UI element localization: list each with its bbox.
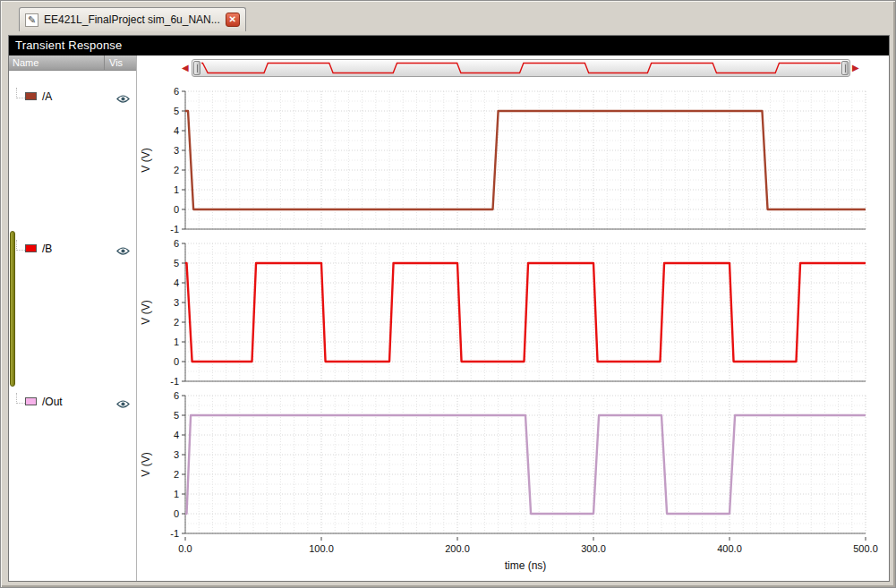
visibility-eye-icon[interactable] xyxy=(116,91,130,101)
svg-text:5: 5 xyxy=(174,258,179,268)
svg-text:4: 4 xyxy=(174,125,179,136)
vis-column-header[interactable]: Vis xyxy=(104,55,136,70)
visibility-eye-icon[interactable] xyxy=(116,243,130,253)
visibility-eye-icon[interactable] xyxy=(116,396,130,406)
svg-text:0.0: 0.0 xyxy=(178,543,192,554)
scroll-left-arrow-icon[interactable]: ◀ xyxy=(182,63,189,73)
svg-text:1: 1 xyxy=(174,337,179,347)
plot-strip-a[interactable]: 6543210-1V (V) xyxy=(137,84,891,233)
signal-label: /Out xyxy=(42,396,63,408)
svg-text:2: 2 xyxy=(174,469,179,480)
app-window: ✎ EE421L_FinalProject sim_6u_NAN... ✕ Tr… xyxy=(0,0,896,588)
tree-connector xyxy=(16,393,25,404)
svg-text:2: 2 xyxy=(174,165,179,175)
plot-strip-out[interactable]: 6543210-1V (V) xyxy=(137,388,891,537)
svg-text:1: 1 xyxy=(174,489,179,499)
svg-text:5: 5 xyxy=(174,106,179,116)
signal-label: /B xyxy=(42,243,52,255)
svg-text:4: 4 xyxy=(174,277,179,288)
svg-text:4: 4 xyxy=(174,430,179,440)
svg-text:0: 0 xyxy=(174,356,179,367)
window-tab[interactable]: ✎ EE421L_FinalProject sim_6u_NAN... ✕ xyxy=(19,7,246,31)
svg-text:3: 3 xyxy=(174,145,179,156)
strip-selection-bar xyxy=(10,231,15,387)
svg-text:400.0: 400.0 xyxy=(717,543,742,554)
svg-text:-1: -1 xyxy=(170,528,179,538)
overview-waveform xyxy=(201,61,841,75)
svg-text:200.0: 200.0 xyxy=(445,543,470,554)
signal-row-b[interactable]: /B xyxy=(9,241,136,256)
name-column-header[interactable]: Name xyxy=(9,55,104,70)
svg-text:V (V): V (V) xyxy=(140,300,152,324)
page-title: Transient Response xyxy=(9,36,889,55)
overview-scrollbar[interactable] xyxy=(192,59,850,77)
plot-area: ◀ ▶ 6543210-1V (V) 6543210-1V (V) 654321… xyxy=(137,55,889,581)
svg-text:1: 1 xyxy=(174,184,179,195)
tab-bar: ✎ EE421L_FinalProject sim_6u_NAN... ✕ xyxy=(1,1,895,34)
plot-strip-b[interactable]: 6543210-1V (V) xyxy=(137,236,891,385)
signal-label: /A xyxy=(42,90,52,103)
content: Name Vis /A /B xyxy=(9,55,889,581)
range-handle-right[interactable] xyxy=(841,61,849,75)
scroll-right-arrow-icon[interactable]: ▶ xyxy=(852,63,859,73)
signal-color-swatch xyxy=(25,244,37,252)
svg-text:6: 6 xyxy=(174,238,179,249)
x-axis: 0.0100.0200.0300.0400.0500.0time (ns) xyxy=(137,537,891,576)
svg-text:0: 0 xyxy=(174,204,179,215)
svg-text:6: 6 xyxy=(174,390,179,401)
signal-row-a[interactable]: /A xyxy=(9,89,136,104)
svg-text:2: 2 xyxy=(174,317,179,328)
svg-text:100.0: 100.0 xyxy=(309,543,334,554)
signal-panel: Name Vis /A /B xyxy=(9,55,137,581)
svg-text:-1: -1 xyxy=(170,376,179,386)
tree-connector xyxy=(16,240,25,251)
svg-text:V (V): V (V) xyxy=(140,452,152,476)
x-axis-svg: 0.0100.0200.0300.0400.0500.0time (ns) xyxy=(137,537,891,576)
signal-color-swatch xyxy=(25,92,37,100)
svg-text:3: 3 xyxy=(174,449,179,460)
svg-text:6: 6 xyxy=(174,86,179,97)
svg-text:300.0: 300.0 xyxy=(581,543,606,554)
svg-text:time (ns): time (ns) xyxy=(505,559,547,572)
signal-row-out[interactable]: /Out xyxy=(9,394,136,409)
svg-text:500.0: 500.0 xyxy=(853,543,878,554)
tab-close-button[interactable]: ✕ xyxy=(226,13,240,27)
tree-connector xyxy=(16,88,25,98)
edit-document-icon: ✎ xyxy=(25,13,38,27)
waveform-window: Transient Response Name Vis /A xyxy=(8,35,890,582)
svg-text:V (V): V (V) xyxy=(140,148,152,172)
svg-text:-1: -1 xyxy=(170,224,179,234)
signal-color-swatch xyxy=(25,397,37,405)
svg-text:0: 0 xyxy=(174,508,179,519)
svg-text:3: 3 xyxy=(174,297,179,308)
range-handle-left[interactable] xyxy=(193,61,201,75)
panel-header: Name Vis xyxy=(9,55,136,71)
tab-title: EE421L_FinalProject sim_6u_NAN... xyxy=(44,13,220,26)
svg-text:5: 5 xyxy=(174,410,179,421)
